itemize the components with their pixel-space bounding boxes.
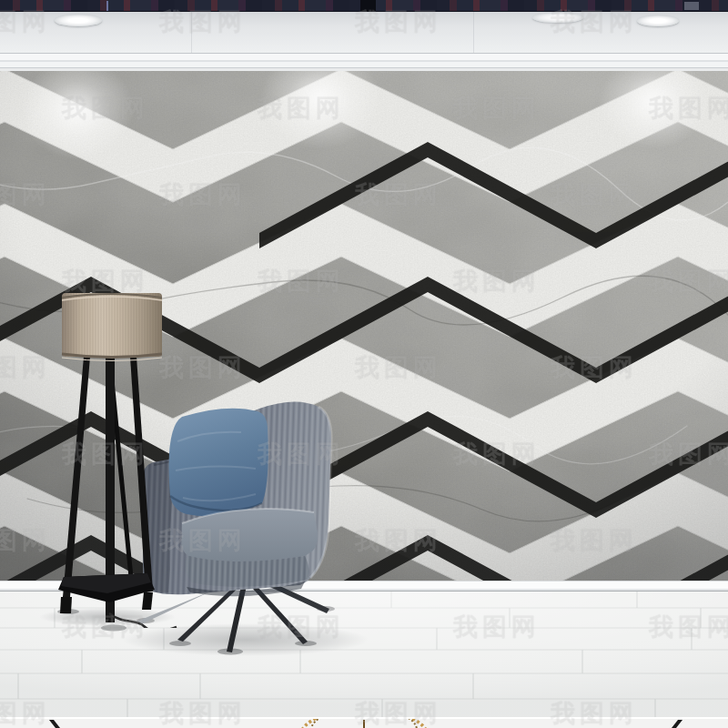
watermark-text: 我图网: [551, 5, 638, 38]
watermark-text: 我图网: [649, 611, 728, 643]
watermark-text: 我图网: [258, 265, 345, 298]
watermark-text: 我图网: [355, 178, 442, 211]
watermark-text: 我图网: [62, 265, 149, 298]
watermark-text: 我图网: [355, 524, 442, 557]
watermark-layer: 我图网我图网我图网我图网我图网我图网我图网我图网我图网我图网我图网我图网我图网我…: [0, 0, 728, 728]
watermark-text: 我图网: [0, 178, 51, 211]
watermark-text: 我图网: [0, 524, 51, 557]
watermark-text: 我图网: [649, 265, 728, 298]
watermark-text: 我图网: [0, 351, 51, 384]
watermark-text: 我图网: [453, 438, 541, 470]
watermark-text: 我图网: [159, 524, 247, 557]
watermark-text: 我图网: [62, 611, 149, 643]
watermark-text: 我图网: [258, 92, 345, 125]
watermark-text: 我图网: [551, 524, 638, 557]
watermark-text: 我图网: [258, 611, 345, 643]
watermark-text: 我图网: [355, 5, 442, 38]
watermark-text: 我图网: [159, 697, 247, 728]
watermark-text: 我图网: [159, 178, 247, 211]
watermark-text: 我图网: [62, 438, 149, 470]
watermark-text: 我图网: [551, 178, 638, 211]
watermark-text: 我图网: [551, 351, 638, 384]
watermark-text: 我图网: [551, 697, 638, 728]
room-scene: 我图网我图网我图网我图网我图网我图网我图网我图网我图网我图网我图网我图网我图网我…: [0, 0, 728, 728]
watermark-text: 我图网: [62, 92, 149, 125]
watermark-text: 我图网: [453, 265, 541, 298]
watermark-text: 我图网: [159, 5, 247, 38]
watermark-text: 我图网: [0, 5, 51, 38]
watermark-text: 我图网: [453, 611, 541, 643]
watermark-text: 我图网: [453, 92, 541, 125]
watermark-text: 我图网: [159, 351, 247, 384]
watermark-text: 我图网: [649, 438, 728, 470]
watermark-text: 我图网: [258, 438, 345, 470]
watermark-text: 我图网: [355, 697, 442, 728]
watermark-text: 我图网: [355, 351, 442, 384]
watermark-text: 我图网: [0, 697, 51, 728]
watermark-text: 我图网: [649, 92, 728, 125]
